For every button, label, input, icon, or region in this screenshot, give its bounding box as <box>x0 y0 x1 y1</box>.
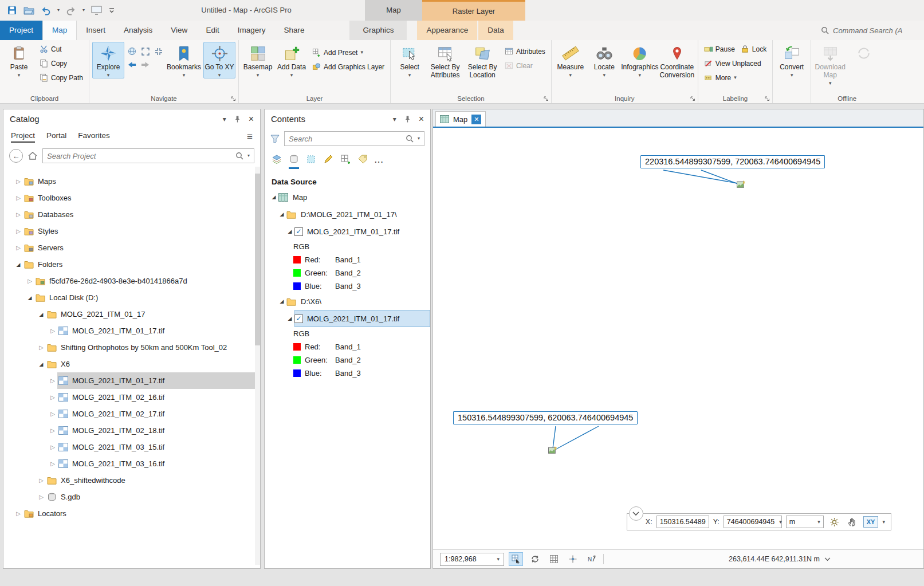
expand-arrow-icon[interactable]: ▷ <box>48 328 57 334</box>
more-labeling-button[interactable]: More▾ <box>701 70 769 85</box>
xy-format-button[interactable]: XY <box>863 516 879 528</box>
unit-select[interactable]: m▾ <box>786 516 824 528</box>
catalog-tree-item[interactable]: ▷MOLG_2021_ITM_03_15.tif <box>3 439 260 455</box>
infographics-button[interactable]: Infographics ▾ <box>622 42 658 78</box>
measure-button[interactable]: Measure ▾ <box>555 42 587 78</box>
add-data-button[interactable]: Add Data ▾ <box>276 42 308 78</box>
dropdown-caret-icon[interactable]: ▾ <box>882 520 885 525</box>
catalog-tree-item[interactable]: ▷MOLG_2021_ITM_01_17.tif <box>3 372 260 389</box>
catalog-tree-item[interactable]: ◢X6 <box>3 356 260 372</box>
expand-arrow-icon[interactable]: ▷ <box>37 494 46 500</box>
ribbon-tab-share[interactable]: Share <box>274 21 313 40</box>
expand-arrow-icon[interactable]: ▷ <box>48 427 57 434</box>
expand-arrow-icon[interactable]: ▷ <box>48 377 57 384</box>
close-pane-icon[interactable]: × <box>249 114 254 124</box>
pin-icon[interactable] <box>234 115 241 123</box>
home-icon[interactable] <box>27 151 38 160</box>
bookmarks-button[interactable]: Bookmarks ▾ <box>166 42 202 78</box>
ribbon-tab-analysis[interactable]: Analysis <box>115 21 162 40</box>
selection-dialog-launcher-icon[interactable] <box>544 96 549 101</box>
select-button[interactable]: Select ▾ <box>394 42 426 78</box>
coordinate-callout[interactable]: 150316.544899307599, 620063.746400694945 <box>453 411 638 424</box>
select-by-attributes-button[interactable]: Select By Attributes <box>427 42 463 80</box>
coordinate-conversion-button[interactable]: Coordinate Conversion <box>659 42 695 80</box>
convert-button[interactable]: Convert ▾ <box>776 42 808 78</box>
expand-arrow-icon[interactable]: ▷ <box>37 477 46 483</box>
catalog-tab-favorites[interactable]: Favorites <box>78 131 110 143</box>
navigate-dialog-launcher-icon[interactable] <box>231 96 236 101</box>
map-view-tab[interactable]: Map ✕ <box>435 111 486 127</box>
ribbon-tab-map[interactable]: Map <box>42 21 77 40</box>
catalog-tree-item[interactable]: ◢MOLG_2021_ITM_01_17 <box>3 306 260 323</box>
ribbon-tab-graphics[interactable]: Graphics <box>349 21 407 40</box>
layer-visibility-checkbox[interactable]: ✓ <box>294 314 303 323</box>
y-coordinate-input[interactable]: 746400694945▾ <box>724 516 782 528</box>
refresh-view-icon[interactable] <box>528 552 542 566</box>
add-preset-button[interactable]: Add Preset▾ <box>309 45 387 60</box>
add-graphics-layer-button[interactable]: Add Graphics Layer <box>309 60 387 74</box>
contents-tree-item[interactable]: Green:Band_2 <box>265 266 430 280</box>
catalog-menu-icon[interactable]: ≡ <box>247 131 253 143</box>
north-arrow-icon[interactable]: N <box>584 552 599 566</box>
customize-toolbar-icon[interactable] <box>108 7 115 14</box>
picture-graphic-icon[interactable] <box>548 446 557 455</box>
contents-tree-item[interactable]: RGB <box>265 327 430 340</box>
ribbon-tab-insert[interactable]: Insert <box>77 21 115 40</box>
select-by-location-button[interactable]: Select By Location <box>465 42 500 80</box>
grid-view-icon[interactable] <box>546 552 561 566</box>
collapse-arrow-icon[interactable]: ◢ <box>285 316 294 321</box>
fixed-zoom-in-icon[interactable] <box>139 45 151 57</box>
catalog-tree-item[interactable]: ▷MOLG_2021_ITM_02_17.tif <box>3 406 260 422</box>
fixed-zoom-out-icon[interactable] <box>152 45 164 57</box>
more-options-icon[interactable]: ··· <box>375 158 384 169</box>
ribbon-tab-project[interactable]: Project <box>0 21 42 40</box>
search-icon[interactable] <box>235 152 243 160</box>
expand-arrow-icon[interactable]: ▷ <box>25 278 34 284</box>
x-coordinate-input[interactable]: 150316.54489 <box>656 516 709 528</box>
view-unplaced-button[interactable]: View Unplaced <box>701 56 769 70</box>
ribbon-tab-data[interactable]: Data <box>478 21 513 40</box>
pane-menu-caret-icon[interactable]: ▾ <box>223 115 226 123</box>
contents-tree-item[interactable]: Blue:Band_3 <box>265 367 430 380</box>
expand-arrow-icon[interactable]: ▷ <box>14 228 23 234</box>
contents-tree-item[interactable]: ◢D:\MOLG_2021_ITM_01_17\ <box>265 206 430 223</box>
catalog-tree-item[interactable]: ▷Shifting Orthophotos by 50km and 500Km … <box>3 339 260 356</box>
select-tool-status-icon[interactable] <box>509 552 523 566</box>
catalog-tree-item[interactable]: ◢Local Disk (D:) <box>3 289 260 306</box>
next-extent-icon[interactable] <box>139 58 151 70</box>
cut-button[interactable]: Cut <box>37 42 86 56</box>
contents-tree-item[interactable]: Green:Band_2 <box>265 353 430 367</box>
catalog-tree-item[interactable]: ▷Databases <box>3 206 260 223</box>
collapse-arrow-icon[interactable]: ◢ <box>37 312 46 317</box>
expand-arrow-icon[interactable]: ▷ <box>14 245 23 251</box>
expand-arrow-icon[interactable]: ▷ <box>14 178 23 184</box>
close-view-icon[interactable]: ✕ <box>471 115 481 124</box>
coordinate-callout[interactable]: 220316.544899307599, 720063.746400694945 <box>640 155 825 168</box>
expand-arrow-icon[interactable]: ▷ <box>48 394 57 400</box>
contents-search-input[interactable]: Search ▾ <box>284 131 424 146</box>
list-by-data-source-icon[interactable] <box>289 154 299 169</box>
contents-tree-item[interactable]: RGB <box>265 240 430 253</box>
collapse-arrow-icon[interactable]: ◢ <box>37 361 46 367</box>
catalog-tree-item[interactable]: ▷f5cfd76e-26d2-4903-8e3e-b40141866a7d <box>3 273 260 289</box>
catalog-tree-item[interactable]: ▷Servers <box>3 239 260 256</box>
expand-arrow-icon[interactable]: ▷ <box>48 411 57 417</box>
catalog-tab-portal[interactable]: Portal <box>46 131 66 143</box>
list-by-labeling-icon[interactable] <box>357 154 368 169</box>
inquiry-dialog-launcher-icon[interactable] <box>690 96 695 101</box>
contents-tree-item[interactable]: Blue:Band_3 <box>265 280 430 293</box>
collapse-overlay-icon[interactable] <box>629 506 643 521</box>
contents-tree-item[interactable]: ◢✓MOLG_2021_ITM_01_17.tif <box>265 223 430 240</box>
contents-tree-item[interactable]: ◢Map <box>265 188 430 206</box>
ribbon-tab-imagery[interactable]: Imagery <box>229 21 275 40</box>
catalog-tree-item[interactable]: ▷Locators <box>3 505 260 522</box>
pan-hand-icon[interactable] <box>846 515 859 529</box>
coordinates-caret-icon[interactable] <box>824 557 831 561</box>
catalog-scrollbar-thumb[interactable] <box>255 174 260 345</box>
contents-tree-item[interactable]: ◢✓MOLG_2021_ITM_01_17.tif <box>265 310 430 327</box>
undo-icon[interactable] <box>41 6 51 15</box>
catalog-tab-project[interactable]: Project <box>11 131 35 143</box>
attributes-button[interactable]: Attributes <box>502 44 548 58</box>
catalog-scrollbar[interactable] <box>255 167 260 565</box>
catalog-tree-item[interactable]: ◢Folders <box>3 256 260 273</box>
